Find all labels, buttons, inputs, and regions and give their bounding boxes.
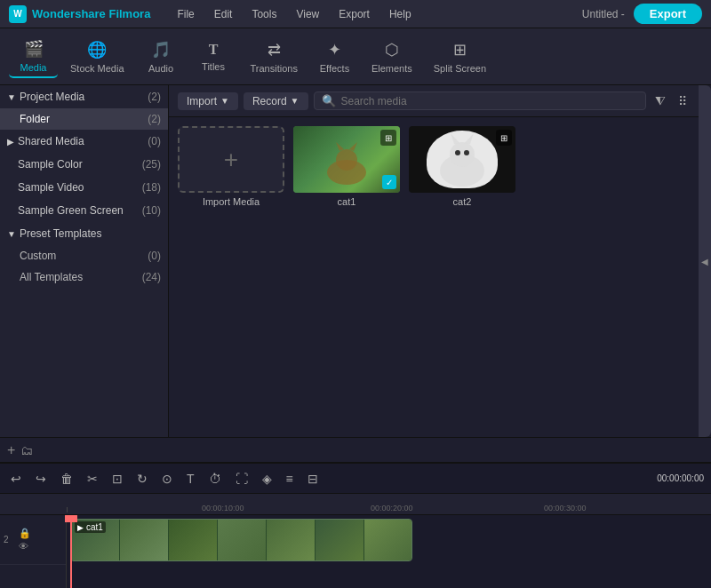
menu-tools[interactable]: Tools [243,4,285,24]
import-label: Import [187,95,217,107]
clip-label: ▶ cat1 [75,521,106,533]
all-templates-count: (24) [142,271,161,283]
import-media-box[interactable]: + [178,126,284,193]
svg-marker-6 [451,133,460,144]
grid-icon[interactable]: ⠿ [675,92,691,110]
toolbar-transitions[interactable]: ⇄ Transitions [242,36,307,77]
cat1-label: cat1 [338,196,356,207]
undo-button[interactable]: ↩ [7,470,25,488]
svg-marker-7 [464,133,474,144]
sidebar-section-sample-color: ▶ Sample Color (25) [0,153,168,176]
all-templates-label: All Templates [20,271,83,283]
menu-export[interactable]: Export [330,4,379,24]
sidebar-item-all-templates[interactable]: All Templates (24) [0,266,168,288]
stock-media-icon: 🌐 [87,40,107,60]
redo-button[interactable]: ↪ [32,470,50,488]
split-screen-icon: ⊞ [453,40,467,60]
elements-label: Elements [371,63,412,74]
record-button[interactable]: Record ▼ [244,92,308,110]
panel-collapse-button[interactable]: ◀ [699,85,711,437]
sidebar-header-sample-green[interactable]: ▶ Sample Green Screen (10) [0,199,168,222]
import-media-label: Import Media [203,196,260,207]
video-track: ▶ cat1 [70,519,412,561]
sidebar-header-sample-video[interactable]: ▶ Sample Video (18) [0,176,168,199]
sidebar-header-sample-color[interactable]: ▶ Sample Color (25) [0,153,168,176]
audio-mix-button[interactable]: ≡ [283,470,297,488]
fullscreen-button[interactable]: ⛶ [232,470,252,488]
sidebar-item-custom[interactable]: Custom (0) [0,245,168,266]
timeline-tracks: 2 🔒 👁 ▶ cat1 [0,515,711,588]
menu-file[interactable]: File [168,4,203,24]
cat1-selected-check: ✓ [382,175,396,189]
clip-frame [120,520,169,561]
clip-name: cat1 [86,522,103,532]
cat2-preview: ⊞ [409,126,515,193]
plus-icon: + [224,146,238,174]
sample-green-count: (10) [142,204,161,217]
sidebar-item-folder[interactable]: Folder (2) [0,108,168,130]
menu-bar: File Edit Tools View Export Help [168,4,581,24]
toolbar-effects[interactable]: ✦ Effects [310,36,359,77]
export-button[interactable]: Export [634,4,702,24]
import-caret-icon: ▼ [220,96,229,106]
filter-icon[interactable]: ⧨ [651,91,669,110]
toolbar-stock-media[interactable]: 🌐 Stock Media [61,36,133,77]
add-track-button[interactable]: + [7,442,15,458]
cut-button[interactable]: ✂ [84,470,101,488]
content-toolbar: Import ▼ Record ▼ 🔍 ⧨ ⠿ [169,85,699,117]
cat2-thumbnail: ⊞ [409,126,515,193]
folder-count: (2) [148,113,161,125]
split-screen-label: Split Screen [434,63,486,74]
sidebar-section-sample-video: ▶ Sample Video (18) [0,176,168,199]
toolbar-audio[interactable]: 🎵 Audio [137,36,186,77]
media-icon: 🎬 [24,39,44,59]
media-label: Media [20,62,47,73]
playhead-head [65,515,77,522]
timeline-toolbar: ↩ ↪ 🗑 ✂ ⊡ ↻ ⊙ T ⏱ ⛶ ◈ ≡ ⊟ 00:00:00:00 [0,464,711,494]
toolbar-media[interactable]: 🎬 Media [9,36,58,78]
sidebar-header-project-media[interactable]: ▼ Project Media (2) [0,85,168,108]
crop-button[interactable]: ⊡ [108,470,126,488]
clip-frames [71,520,412,560]
search-icon: 🔍 [322,94,336,107]
video-clip-cat1[interactable]: ▶ cat1 [70,519,412,561]
search-input[interactable] [341,95,638,107]
delete-button[interactable]: 🗑 [57,470,76,488]
top-bar: W Wondershare Filmora File Edit Tools Vi… [0,0,711,28]
menu-view[interactable]: View [287,4,328,24]
import-media-item[interactable]: + Import Media [178,126,284,207]
cat1-thumbnail: ⊞ ✓ [293,126,400,193]
tick [67,507,711,513]
import-button[interactable]: Import ▼ [178,92,238,110]
search-box[interactable]: 🔍 [314,91,646,110]
audio-waves-button[interactable]: ⊟ [304,470,322,488]
menu-help[interactable]: Help [380,4,420,24]
sidebar-header-preset-templates[interactable]: ▼ Preset Templates [0,222,168,245]
track-controls: 2 🔒 👁 [0,515,67,588]
add-folder-button[interactable]: 🗂 [20,443,33,457]
speed-button[interactable]: ⊙ [158,470,176,488]
text-button[interactable]: T [183,470,198,488]
toolbar-split-screen[interactable]: ⊞ Split Screen [425,36,495,77]
elements-icon: ⬡ [385,40,399,60]
svg-point-8 [455,150,460,155]
motion-button[interactable]: ↻ [133,470,151,488]
toolbar-elements[interactable]: ⬡ Elements [363,36,421,77]
track-eye-icon[interactable]: 👁 [19,541,31,552]
transitions-icon: ⇄ [268,40,281,60]
toolbar-titles[interactable]: T Titles [189,38,238,75]
shared-media-count: (0) [148,135,161,147]
app-name: Wondershare Filmora [32,7,150,20]
cat2-media-item[interactable]: ⊞ cat2 [409,126,515,207]
cat1-media-item[interactable]: ⊞ ✓ cat1 [293,126,400,207]
menu-edit[interactable]: Edit [205,4,242,24]
main-toolbar: 🎬 Media 🌐 Stock Media 🎵 Audio T Titles ⇄… [0,28,711,85]
stock-media-label: Stock Media [70,63,124,74]
sidebar-header-shared-media[interactable]: ▶ Shared Media (0) [0,130,168,153]
track-lock-icon[interactable]: 🔒 [19,528,31,539]
sample-color-label: Sample Color [18,158,83,171]
timeline-ruler: 00:00:10:00 00:00:20:00 00:00:30:00 00:0… [0,494,711,515]
svg-marker-3 [349,142,357,151]
timer-button[interactable]: ⏱ [205,470,225,488]
color-button[interactable]: ◈ [259,470,276,488]
